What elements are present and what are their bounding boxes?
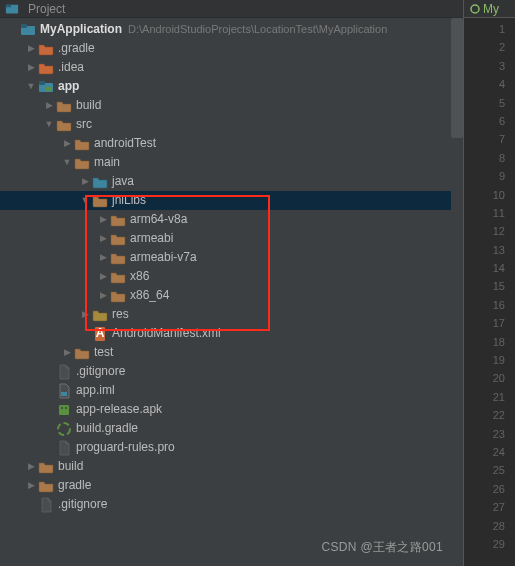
- tree-item-label: build: [58, 457, 83, 476]
- folder-icon: [74, 136, 90, 152]
- chevron-right-icon[interactable]: ▶: [96, 286, 110, 305]
- tree-row-src[interactable]: ▼src: [0, 115, 463, 134]
- line-number: 23: [464, 425, 515, 443]
- apk-icon: [56, 402, 72, 418]
- tree-item-label: MyApplication: [40, 20, 122, 39]
- line-number: 8: [464, 149, 515, 167]
- tree-item-label: build: [76, 96, 101, 115]
- svg-point-11: [61, 407, 63, 409]
- tree-row--gitignore[interactable]: ▶.gitignore: [0, 362, 463, 381]
- tree-row-armeabi[interactable]: ▶armeabi: [0, 229, 463, 248]
- tree-row-res[interactable]: ▶res: [0, 305, 463, 324]
- tree-item-label: armeabi-v7a: [130, 248, 197, 267]
- svg-rect-1: [6, 4, 11, 7]
- editor-panel: My 1234567891011121314151617181920212223…: [463, 0, 515, 566]
- tree-item-label: build.gradle: [76, 419, 138, 438]
- chevron-right-icon[interactable]: ▶: [96, 248, 110, 267]
- tree-item-label: .gitignore: [76, 362, 125, 381]
- tree-row-arm64-v8a[interactable]: ▶arm64-v8a: [0, 210, 463, 229]
- tree-row--idea[interactable]: ▶.idea: [0, 58, 463, 77]
- tree-item-label: main: [94, 153, 120, 172]
- tree-item-label: arm64-v8a: [130, 210, 187, 229]
- chevron-down-icon[interactable]: ▼: [42, 115, 56, 134]
- tree-item-label: res: [112, 305, 129, 324]
- tree-row-x86[interactable]: ▶x86: [0, 267, 463, 286]
- line-number: 1: [464, 20, 515, 38]
- line-number: 21: [464, 388, 515, 406]
- svg-rect-10: [59, 405, 69, 415]
- tree-row-build[interactable]: ▶build: [0, 457, 463, 476]
- tree-row-test[interactable]: ▶test: [0, 343, 463, 362]
- chevron-right-icon[interactable]: ▶: [60, 134, 74, 153]
- line-number: 13: [464, 241, 515, 259]
- chevron-right-icon[interactable]: ▶: [96, 229, 110, 248]
- svg-rect-5: [39, 81, 45, 85]
- tree-item-label: androidTest: [94, 134, 156, 153]
- tree-item-label: x86_64: [130, 286, 169, 305]
- project-tree-panel: Project ▶MyApplicationD:\AndroidStudioPr…: [0, 0, 463, 566]
- project-header-title: Project: [28, 2, 65, 16]
- tree-row-jnilibs[interactable]: ▼jniLibs: [0, 191, 463, 210]
- chevron-right-icon[interactable]: ▶: [60, 343, 74, 362]
- tree-row-app-iml[interactable]: ▶app.iml: [0, 381, 463, 400]
- chevron-down-icon[interactable]: ▼: [78, 191, 92, 210]
- line-number: 22: [464, 406, 515, 424]
- tree-row-myapplication[interactable]: ▶MyApplicationD:\AndroidStudioProjects\L…: [0, 20, 463, 39]
- module-icon: [38, 79, 54, 95]
- tree-item-label: test: [94, 343, 113, 362]
- chevron-right-icon[interactable]: ▶: [78, 172, 92, 191]
- tree-row-java[interactable]: ▶java: [0, 172, 463, 191]
- chevron-right-icon[interactable]: ▶: [96, 210, 110, 229]
- line-number: 15: [464, 277, 515, 295]
- tree-row-gradle[interactable]: ▶gradle: [0, 476, 463, 495]
- file-tree: ▶MyApplicationD:\AndroidStudioProjects\L…: [0, 18, 463, 514]
- editor-tab[interactable]: My: [464, 0, 515, 18]
- line-number: 10: [464, 186, 515, 204]
- file-icon: [56, 364, 72, 380]
- line-number: 25: [464, 461, 515, 479]
- line-number: 27: [464, 498, 515, 516]
- tree-row-proguard-rules-pro[interactable]: ▶proguard-rules.pro: [0, 438, 463, 457]
- tree-row-androidtest[interactable]: ▶androidTest: [0, 134, 463, 153]
- line-number: 26: [464, 480, 515, 498]
- chevron-right-icon[interactable]: ▶: [24, 457, 38, 476]
- tree-row-androidmanifest-xml[interactable]: ▶AAndroidManifest.xml: [0, 324, 463, 343]
- folder-icon: [110, 250, 126, 266]
- tree-row-main[interactable]: ▼main: [0, 153, 463, 172]
- res-folder-icon: [92, 307, 108, 323]
- chevron-down-icon[interactable]: ▼: [60, 153, 74, 172]
- folder-icon: [110, 212, 126, 228]
- chevron-down-icon[interactable]: ▼: [24, 77, 38, 96]
- project-icon: [4, 1, 20, 17]
- tree-row-x86-64[interactable]: ▶x86_64: [0, 286, 463, 305]
- line-number: 7: [464, 130, 515, 148]
- tree-item-label: app.iml: [76, 381, 115, 400]
- tree-row-app-release-apk[interactable]: ▶app-release.apk: [0, 400, 463, 419]
- svg-point-12: [65, 407, 67, 409]
- svg-rect-9: [61, 392, 67, 396]
- chevron-right-icon[interactable]: ▶: [78, 305, 92, 324]
- iml-icon: [56, 383, 72, 399]
- chevron-right-icon[interactable]: ▶: [24, 476, 38, 495]
- project-header[interactable]: Project: [0, 0, 463, 18]
- tree-row-build[interactable]: ▶build: [0, 96, 463, 115]
- tree-item-label: .gitignore: [58, 495, 107, 514]
- tree-row--gitignore[interactable]: ▶.gitignore: [0, 495, 463, 514]
- tree-item-label: proguard-rules.pro: [76, 438, 175, 457]
- tree-item-label: app: [58, 77, 79, 96]
- tree-row-armeabi-v7a[interactable]: ▶armeabi-v7a: [0, 248, 463, 267]
- chevron-right-icon[interactable]: ▶: [96, 267, 110, 286]
- line-number: 17: [464, 314, 515, 332]
- tree-item-label: java: [112, 172, 134, 191]
- line-number: 20: [464, 369, 515, 387]
- tree-row--gradle[interactable]: ▶.gradle: [0, 39, 463, 58]
- tree-row-app[interactable]: ▼app: [0, 77, 463, 96]
- tree-item-path: D:\AndroidStudioProjects\LocationTest\My…: [128, 20, 387, 39]
- chevron-right-icon[interactable]: ▶: [24, 39, 38, 58]
- chevron-right-icon[interactable]: ▶: [42, 96, 56, 115]
- tree-row-build-gradle[interactable]: ▶build.gradle: [0, 419, 463, 438]
- svg-text:A: A: [96, 326, 105, 340]
- chevron-right-icon[interactable]: ▶: [24, 58, 38, 77]
- folder-icon: [110, 269, 126, 285]
- tree-scrollbar[interactable]: [451, 18, 463, 566]
